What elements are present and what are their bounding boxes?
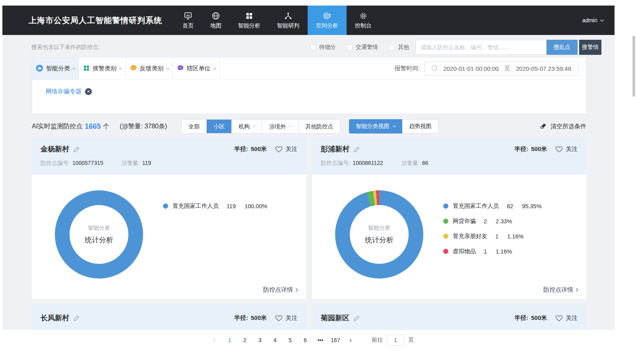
checkbox-label: 交通警情	[356, 44, 378, 51]
radar-icon	[323, 12, 332, 20]
chevron-down-icon	[393, 124, 396, 127]
point-card: 彭浦新村 半径: 500米 关注 防控点编号:1000861122 涉警	[312, 138, 586, 299]
nav-item-home[interactable]: 首页	[174, 6, 202, 35]
app-frame: 上海市公安局人工智能警情研判系统 首页 地图 智能分析 智能研判	[2, 6, 615, 350]
date-separator: 至	[504, 65, 510, 72]
date-range-picker[interactable]: 2020-01-01 00:00:00 至 2020-05-07 23:59:4…	[425, 62, 578, 76]
tab-all[interactable]: 全部	[182, 120, 206, 133]
search-points-button[interactable]: 搜乱点	[547, 40, 578, 55]
filter-smart-classification[interactable]: 智能分类	[32, 58, 79, 79]
legend-item: 冒充国家工作人员 82 95.35%	[443, 202, 541, 210]
pager-page-1[interactable]: 1	[223, 335, 236, 346]
filter-alert-category[interactable]: 接警类别	[79, 58, 126, 79]
radius-label: 半径:	[234, 145, 248, 153]
follow-button[interactable]: 关注	[285, 145, 297, 153]
legend-item: 冒充国家工作人员 119 100.00%	[163, 202, 267, 210]
tab-label: 小区	[213, 120, 225, 133]
clear-conditions-button[interactable]: 清空所选条件	[540, 122, 586, 131]
point-name: 长风新村	[41, 313, 69, 323]
chevron-down-icon	[289, 124, 292, 127]
monitor-count-value: 1665	[85, 122, 101, 131]
alert-count-label: 涉警量:	[401, 160, 420, 166]
pager-page-6[interactable]: 6	[299, 335, 312, 346]
date-end[interactable]: 2020-05-07 23:59:48	[516, 65, 571, 72]
legend-value: 82	[507, 203, 513, 209]
nav-item-console[interactable]: 控制台	[347, 6, 380, 35]
point-detail-link[interactable]: 防控点详情	[263, 286, 297, 294]
edit-icon[interactable]	[73, 146, 80, 153]
tag-network-fraud[interactable]: 网络诈骗专题	[46, 88, 81, 95]
nav-item-label: 智能研判	[277, 22, 299, 29]
grid-icon	[83, 65, 90, 73]
tab-other-points[interactable]: 其他防控点	[298, 120, 340, 133]
checkbox-to-subdivide[interactable]: 待细分	[310, 44, 336, 51]
nav-item-map[interactable]: 地图	[202, 6, 230, 35]
tab-community[interactable]: 小区	[206, 120, 231, 133]
nav-item-judgement[interactable]: 智能研判	[269, 6, 308, 35]
checkbox-label: 待细分	[319, 44, 336, 51]
pager-ellipsis[interactable]: •••	[314, 335, 327, 346]
tab-overseas[interactable]: 涉境外	[262, 120, 298, 133]
legend-percent: 1.16%	[507, 233, 524, 240]
point-code-value: 1000861122	[353, 160, 383, 166]
stats-row: AI实时监测防控点 1665 个 (涉警量: 3780条) 全部 小区 机构 涉…	[32, 117, 586, 136]
checkbox-other[interactable]: 其他	[389, 44, 409, 51]
point-detail-link[interactable]: 防控点详情	[543, 286, 578, 294]
nav-item-spatial-analysis[interactable]: 空间分析	[308, 6, 347, 35]
nav-item-label: 地图	[210, 22, 221, 29]
heart-icon[interactable]	[275, 315, 283, 321]
checkbox-icon[interactable]	[347, 45, 353, 50]
search-input[interactable]	[415, 40, 547, 55]
pager-page-167[interactable]: 167	[329, 335, 342, 346]
pager-page-2[interactable]: 2	[238, 335, 251, 346]
legend-item: 虚拟物品 1 1.16%	[443, 248, 541, 255]
tab-label: 全部	[188, 120, 200, 133]
heart-icon[interactable]	[555, 146, 563, 153]
pager-prev-button[interactable]: ‹	[208, 335, 221, 346]
date-start[interactable]: 2020-01-01 00:00:00	[443, 65, 498, 72]
edit-icon[interactable]	[353, 315, 360, 321]
tab-institution[interactable]: 机构	[231, 120, 262, 133]
filter-jurisdiction-unit[interactable]: 辖区单位	[173, 58, 220, 79]
follow-button[interactable]: 关注	[566, 145, 578, 153]
checkbox-icon[interactable]	[310, 45, 316, 50]
legend-percent: 1.16%	[496, 248, 512, 255]
point-code: 防控点编号:1000861122	[321, 160, 383, 167]
pager-page-5[interactable]: 5	[284, 335, 297, 346]
donut-center-bottom: 统计分析	[85, 235, 113, 245]
main-content: 搜索包含以下条件的防控点: 待细分 交通警情 其他 搜乱点 搜警情 智能分类	[2, 35, 615, 350]
filter-feedback-category[interactable]: 反馈类别	[126, 58, 173, 79]
edit-icon[interactable]	[73, 315, 80, 321]
legend-value: 1	[495, 233, 498, 240]
legend-value: 2	[484, 218, 487, 225]
edit-icon[interactable]	[353, 146, 360, 153]
follow-button[interactable]: 关注	[566, 314, 578, 322]
heart-icon[interactable]	[555, 315, 563, 321]
point-name: 彭浦新村	[321, 144, 349, 154]
scrollbar-thumb[interactable]	[632, 36, 635, 97]
chevron-down-icon	[166, 66, 169, 69]
nav-item-analysis[interactable]: 智能分析	[230, 6, 269, 35]
follow-button[interactable]: 关注	[285, 314, 297, 322]
legend-item: 网贷诈骗 2 2.33%	[443, 217, 541, 225]
card-header: 金杨新村 半径: 500米 关注 防控点编号:1000577315 涉警	[32, 138, 306, 174]
checkbox-traffic-alerts[interactable]: 交通警情	[347, 44, 378, 51]
point-card: 长风新村 半径: 500米 关注	[32, 304, 306, 330]
pager-page-3[interactable]: 3	[254, 335, 266, 346]
trend-view-button[interactable]: 趋势视图	[402, 119, 438, 134]
user-menu[interactable]: admin	[582, 6, 603, 35]
pager-page-4[interactable]: 4	[269, 335, 281, 346]
radius-value: 500米	[251, 145, 267, 153]
heart-icon[interactable]	[275, 146, 283, 153]
search-alerts-button[interactable]: 搜警情	[579, 40, 601, 55]
tag-close-icon[interactable]: ✕	[85, 88, 92, 95]
legend-percent: 2.33%	[496, 218, 512, 225]
legend-dot	[443, 249, 448, 254]
classified-view-button[interactable]: 智能分类视图	[349, 119, 402, 134]
alert-count-label: 涉警量:	[122, 160, 140, 166]
donut-center-top: 智能分类	[88, 225, 110, 232]
alert-volume-text: (涉警量: 3780条)	[120, 122, 167, 131]
goto-page-input[interactable]	[387, 335, 404, 346]
checkbox-icon[interactable]	[389, 45, 395, 50]
pager-next-button[interactable]: ›	[344, 335, 357, 346]
